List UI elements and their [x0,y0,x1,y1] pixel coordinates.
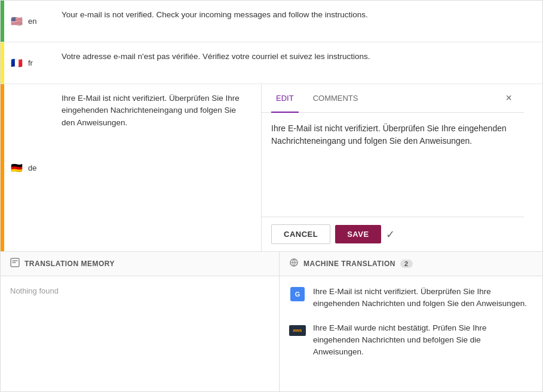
machine-translation-label: MACHINE TRANSLATION [303,260,395,268]
fr-locale-code: fr [28,58,33,67]
fr-translation-row: 🇫🇷 fr Votre adresse e-mail n'est pas vér… [1,42,542,84]
machine-translation-header: MACHINE TRANSLATION 2 [280,252,542,276]
fr-translation-text: Votre adresse e-mail n'est pas vérifiée.… [52,42,542,84]
nothing-found-text: Nothing found [10,286,59,295]
bottom-area: TRANSLATION MEMORY Nothing found MACHINE… [1,251,542,391]
en-translation-text: Your e-mail is not verified. Check your … [52,1,542,42]
machine-translation-icon [289,258,299,270]
en-flag: 🇺🇸 [10,15,23,28]
fr-flag: 🇫🇷 [10,57,23,70]
de-flag: 🇩🇪 [10,161,23,174]
close-button[interactable]: × [503,89,514,107]
save-button[interactable]: SAVE [335,225,381,243]
translation-memory-content: Nothing found [1,276,279,391]
tab-comments[interactable]: COMMENTS [308,84,363,113]
translation-memory-label: TRANSLATION MEMORY [24,260,115,268]
machine-translation-content: G Ihre E-Mail ist nicht verifiziert. Übe… [280,276,542,391]
machine-item-aws: aws Ihre E-Mail wurde nicht bestätigt. P… [289,322,533,359]
machine-translation-badge: 2 [400,260,413,268]
edit-panel-tabs: EDIT COMMENTS × [262,84,524,113]
check-icon[interactable]: ✓ [386,228,395,241]
de-locale-code: de [28,163,36,172]
fr-locale: 🇫🇷 fr [4,42,52,84]
translation-memory-icon [10,258,20,270]
edit-actions: CANCEL SAVE ✓ [262,217,524,251]
en-locale-code: en [28,17,36,26]
aws-translation-text: Ihre E-Mail wurde nicht bestätigt. Prüfe… [313,322,533,359]
translation-memory-header: TRANSLATION MEMORY [1,252,279,276]
de-locale: 🇩🇪 de [4,84,52,251]
google-translate-icon: G [289,286,306,303]
edit-panel: EDIT COMMENTS × Ihre E-Mail ist nicht ve… [261,84,524,251]
google-translation-text: Ihre E-Mail ist nicht verifiziert. Überp… [313,286,533,310]
en-locale: 🇺🇸 en [4,1,52,42]
translation-memory-panel: TRANSLATION MEMORY Nothing found [1,252,280,391]
machine-translation-panel: MACHINE TRANSLATION 2 G Ihre E-Mail ist … [280,252,542,391]
aws-translate-icon: aws [289,322,306,339]
en-translation-row: 🇺🇸 en Your e-mail is not verified. Check… [1,1,542,42]
main-container: 🇺🇸 en Your e-mail is not verified. Check… [0,0,543,392]
tab-edit[interactable]: EDIT [271,84,299,113]
de-translation-text: Ihre E-Mail ist nicht verifiziert. Überp… [52,84,261,251]
cancel-button[interactable]: CANCEL [271,224,330,244]
machine-item-google: G Ihre E-Mail ist nicht verifiziert. Übe… [289,286,533,310]
edit-textarea[interactable]: Ihre E-Mail ist nicht verifiziert. Überp… [262,113,524,217]
de-translation-row: 🇩🇪 de Ihre E-Mail ist nicht verifiziert.… [1,84,542,251]
